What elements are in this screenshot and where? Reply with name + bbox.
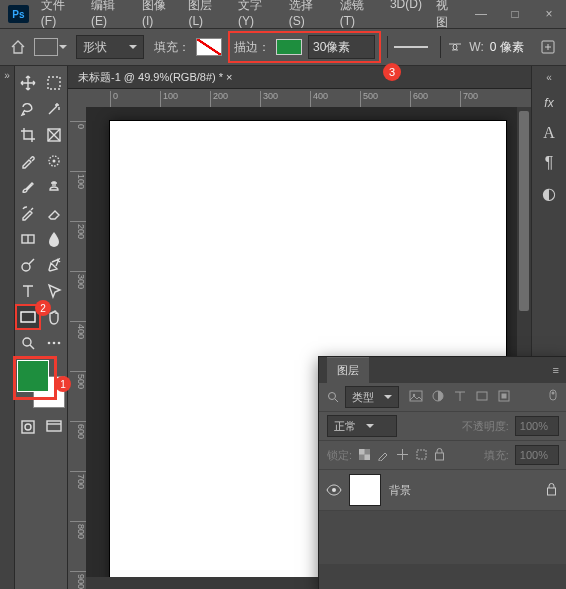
window-minimize-button[interactable]: — (464, 0, 498, 28)
svg-rect-12 (22, 421, 34, 433)
screen-mode-toggle[interactable] (41, 414, 67, 440)
lock-move-icon[interactable] (396, 448, 409, 463)
panel-menu-icon[interactable]: ≡ (553, 364, 559, 376)
window-close-button[interactable]: × (532, 0, 566, 28)
filter-adjust-icon[interactable] (431, 389, 445, 405)
svg-rect-25 (359, 449, 365, 455)
fx-icon[interactable]: fx (539, 93, 559, 113)
menu-3d[interactable]: 3D(D) (384, 0, 428, 35)
lock-brush-icon[interactable] (377, 448, 390, 463)
brush-tool[interactable] (15, 174, 41, 200)
menu-type[interactable]: 文字(Y) (232, 0, 281, 35)
eraser-tool[interactable] (41, 200, 67, 226)
window-maximize-button[interactable]: □ (498, 0, 532, 28)
svg-point-29 (332, 488, 336, 492)
document-tab[interactable]: 未标题-1 @ 49.9%(RGB/8#) * × (68, 66, 531, 89)
menu-image[interactable]: 图像(I) (136, 0, 181, 35)
stroke-width-input[interactable]: 30像素 (308, 35, 375, 59)
link-wh-icon[interactable] (447, 40, 463, 54)
character-icon[interactable]: A (539, 123, 559, 143)
blend-mode-label: 正常 (334, 419, 356, 434)
blend-mode-dropdown[interactable]: 正常 (327, 415, 397, 437)
annotation-badge-2: 2 (35, 300, 51, 316)
shape-mode-dropdown[interactable]: 形状 (76, 35, 144, 59)
fill-swatch-none[interactable] (196, 38, 222, 56)
menu-filter[interactable]: 滤镜(T) (334, 0, 382, 35)
pen-tool[interactable] (41, 252, 67, 278)
crop-tool[interactable] (15, 122, 41, 148)
filter-kind-dropdown[interactable]: 类型 (345, 386, 399, 408)
stroke-style-dropdown[interactable] (394, 40, 428, 54)
filter-shape-icon[interactable] (475, 389, 489, 405)
clone-stamp-tool[interactable] (41, 174, 67, 200)
color-swatches: 1 (15, 358, 65, 408)
svg-rect-21 (502, 394, 507, 399)
menu-file[interactable]: 文件(F) (35, 0, 83, 35)
move-tool[interactable] (15, 70, 41, 96)
menu-view[interactable]: 视图 (430, 0, 464, 35)
layer-name[interactable]: 背景 (389, 483, 411, 498)
lock-all-icon[interactable] (434, 448, 445, 463)
ruler-horizontal[interactable]: 0100200300400500600700 (86, 89, 531, 107)
marquee-tool[interactable] (41, 70, 67, 96)
lock-artboard-icon[interactable] (415, 448, 428, 463)
tool-preset-picker[interactable] (34, 38, 58, 56)
svg-point-15 (329, 393, 336, 400)
layers-tab[interactable]: 图层 (327, 357, 369, 384)
expand-icon[interactable]: » (4, 70, 10, 81)
svg-point-6 (22, 263, 30, 271)
separator (440, 36, 441, 58)
options-bar: 形状 填充： 描边： 30像素 W: 0 像素 (0, 29, 566, 66)
width-value[interactable]: 0 像素 (490, 39, 524, 56)
stroke-width-value: 30像素 (313, 39, 350, 56)
ruler-vertical[interactable]: 0100200300400500600700800900 (68, 107, 86, 589)
annotation-badge-1: 1 (55, 376, 71, 392)
menu-bar: 文件(F) 编辑(E) 图像(I) 图层(L) 文字(Y) 选择(S) 滤镜(T… (35, 0, 464, 35)
layer-fill-value[interactable]: 100% (515, 445, 559, 465)
filter-smart-icon[interactable] (497, 389, 511, 405)
magic-wand-tool[interactable] (41, 96, 67, 122)
lock-icon (546, 483, 557, 498)
home-icon[interactable] (8, 37, 28, 57)
filter-type-icon[interactable] (453, 389, 467, 405)
filter-toggle-icon[interactable] (547, 389, 559, 405)
gradient-tool[interactable] (15, 226, 41, 252)
shape-mode-label: 形状 (83, 39, 107, 56)
paragraph-icon[interactable]: ¶ (539, 153, 559, 173)
zoom-tool[interactable] (15, 330, 41, 356)
ruler-corner (68, 89, 86, 107)
svg-rect-19 (477, 392, 487, 400)
menu-layer[interactable]: 图层(L) (182, 0, 230, 35)
color-wheel-icon[interactable]: ◐ (539, 183, 559, 203)
layers-list: 背景 (319, 470, 566, 564)
opacity-value[interactable]: 100% (515, 416, 559, 436)
edit-toolbar[interactable] (41, 330, 67, 356)
svg-rect-1 (48, 77, 60, 89)
blur-tool[interactable] (41, 226, 67, 252)
dodge-tool[interactable] (15, 252, 41, 278)
menu-select[interactable]: 选择(S) (283, 0, 332, 35)
toolbox: 2 1 (15, 66, 68, 589)
history-brush-tool[interactable] (15, 200, 41, 226)
collapse-icon[interactable]: « (546, 72, 552, 83)
svg-point-23 (552, 392, 555, 395)
svg-rect-30 (548, 488, 556, 495)
quick-mask-toggle[interactable] (15, 414, 41, 440)
visibility-toggle[interactable] (319, 484, 349, 496)
svg-point-9 (48, 342, 51, 345)
eyedropper-tool[interactable] (15, 148, 41, 174)
type-tool[interactable] (15, 278, 41, 304)
lasso-tool[interactable] (15, 96, 41, 122)
lock-pixels-icon[interactable] (358, 448, 371, 463)
layer-row[interactable]: 背景 (319, 470, 566, 511)
frame-tool[interactable] (41, 122, 67, 148)
filter-image-icon[interactable] (409, 389, 423, 405)
svg-rect-7 (21, 312, 35, 322)
spot-heal-tool[interactable] (41, 148, 67, 174)
menu-edit[interactable]: 编辑(E) (85, 0, 134, 35)
rectangle-tool[interactable]: 2 (15, 304, 41, 330)
opacity-label: 不透明度: (462, 419, 509, 434)
more-options-icon[interactable] (538, 37, 558, 57)
layer-thumbnail[interactable] (349, 474, 381, 506)
stroke-color-swatch[interactable] (276, 39, 302, 55)
